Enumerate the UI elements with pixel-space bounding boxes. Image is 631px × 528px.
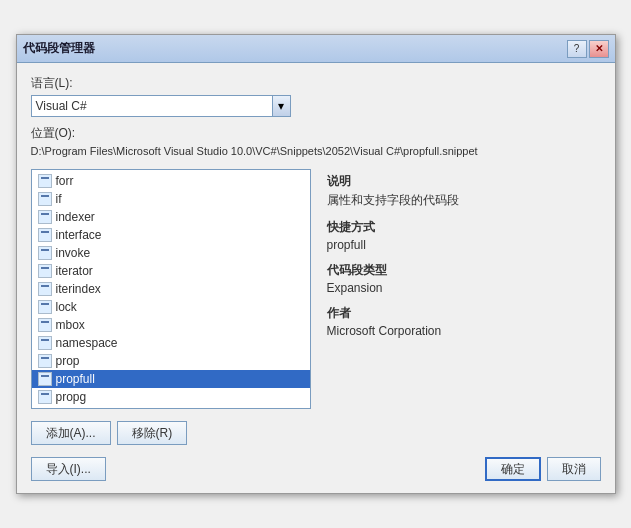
author-label: 作者 — [327, 305, 593, 322]
language-dropdown-arrow[interactable]: ▾ — [272, 96, 290, 116]
snippet-icon — [38, 210, 52, 224]
snippet-icon — [38, 390, 52, 404]
snippet-icon — [38, 318, 52, 332]
snippet-name: lock — [56, 300, 77, 314]
type-label: 代码段类型 — [327, 262, 593, 279]
description-section: 说明 属性和支持字段的代码段 — [327, 173, 593, 209]
list-item[interactable]: propfull — [32, 370, 310, 388]
list-item[interactable]: if — [32, 190, 310, 208]
title-buttons: ? ✕ — [567, 40, 609, 58]
author-section: 作者 Microsoft Corporation — [327, 305, 593, 338]
snippet-name: invoke — [56, 246, 91, 260]
list-item[interactable]: forr — [32, 172, 310, 190]
list-item[interactable]: interface — [32, 226, 310, 244]
snippet-name: interface — [56, 228, 102, 242]
dialog-window: 代码段管理器 ? ✕ 语言(L): Visual C# ▾ 位置(O): D:\… — [16, 34, 616, 494]
add-remove-row: 添加(A)... 移除(R) — [31, 421, 601, 445]
bottom-row: 导入(I)... 确定 取消 — [31, 457, 601, 481]
main-area: forrifindexerinterfaceinvokeiteratoriter… — [31, 169, 601, 409]
list-item[interactable]: prop — [32, 352, 310, 370]
shortcut-section: 快捷方式 propfull — [327, 219, 593, 252]
location-row: 位置(O): D:\Program Files\Microsoft Visual… — [31, 125, 601, 157]
snippet-name: propfull — [56, 372, 95, 386]
detail-panel: 说明 属性和支持字段的代码段 快捷方式 propfull 代码段类型 Expan… — [319, 169, 601, 409]
snippet-icon — [38, 372, 52, 386]
help-button[interactable]: ? — [567, 40, 587, 58]
list-item[interactable]: propp — [32, 406, 310, 408]
snippet-list-panel: forrifindexerinterfaceinvokeiteratoriter… — [31, 169, 311, 409]
description-label: 说明 — [327, 173, 593, 190]
add-button[interactable]: 添加(A)... — [31, 421, 111, 445]
author-value: Microsoft Corporation — [327, 324, 593, 338]
ok-button[interactable]: 确定 — [485, 457, 541, 481]
snippet-name: indexer — [56, 210, 95, 224]
list-item[interactable]: indexer — [32, 208, 310, 226]
language-row: 语言(L): Visual C# ▾ — [31, 75, 601, 117]
snippet-icon — [38, 246, 52, 260]
snippet-name: propg — [56, 390, 87, 404]
shortcut-label: 快捷方式 — [327, 219, 593, 236]
language-value: Visual C# — [32, 97, 272, 115]
snippet-icon — [38, 354, 52, 368]
description-value: 属性和支持字段的代码段 — [327, 192, 593, 209]
language-combo[interactable]: Visual C# ▾ — [31, 95, 291, 117]
snippet-icon — [38, 300, 52, 314]
snippet-name: iterindex — [56, 282, 101, 296]
close-button[interactable]: ✕ — [589, 40, 609, 58]
language-label: 语言(L): — [31, 75, 601, 92]
type-value: Expansion — [327, 281, 593, 295]
location-label: 位置(O): — [31, 125, 601, 142]
snippet-icon — [38, 264, 52, 278]
type-section: 代码段类型 Expansion — [327, 262, 593, 295]
cancel-button[interactable]: 取消 — [547, 457, 601, 481]
shortcut-value: propfull — [327, 238, 593, 252]
snippet-icon — [38, 174, 52, 188]
snippet-icon — [38, 282, 52, 296]
dialog-body: 语言(L): Visual C# ▾ 位置(O): D:\Program Fil… — [17, 63, 615, 493]
snippet-icon — [38, 192, 52, 206]
snippet-name: prop — [56, 354, 80, 368]
list-item[interactable]: iterindex — [32, 280, 310, 298]
bottom-right: 确定 取消 — [485, 457, 601, 481]
list-item[interactable]: iterator — [32, 262, 310, 280]
list-item[interactable]: mbox — [32, 316, 310, 334]
snippet-name: forr — [56, 174, 74, 188]
snippet-icon — [38, 228, 52, 242]
list-item[interactable]: lock — [32, 298, 310, 316]
dialog-title: 代码段管理器 — [23, 40, 95, 57]
snippet-name: namespace — [56, 336, 118, 350]
list-item[interactable]: propg — [32, 388, 310, 406]
list-item[interactable]: invoke — [32, 244, 310, 262]
snippet-name: if — [56, 192, 62, 206]
list-item[interactable]: namespace — [32, 334, 310, 352]
location-path: D:\Program Files\Microsoft Visual Studio… — [31, 145, 601, 157]
snippet-name: mbox — [56, 318, 85, 332]
snippet-list-scroll[interactable]: forrifindexerinterfaceinvokeiteratoriter… — [32, 170, 310, 408]
snippet-icon — [38, 336, 52, 350]
title-bar: 代码段管理器 ? ✕ — [17, 35, 615, 63]
remove-button[interactable]: 移除(R) — [117, 421, 188, 445]
import-button[interactable]: 导入(I)... — [31, 457, 106, 481]
bottom-left: 导入(I)... — [31, 457, 106, 481]
snippet-name: iterator — [56, 264, 93, 278]
